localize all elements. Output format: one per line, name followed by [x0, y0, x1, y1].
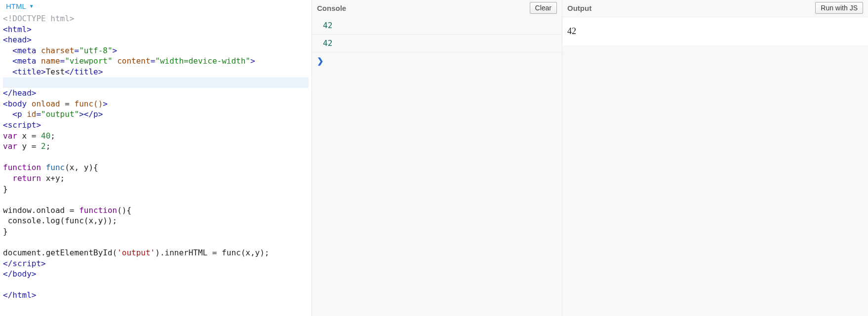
- editor-header: HTML ▼: [0, 0, 312, 12]
- html-tab-label: HTML: [6, 2, 26, 10]
- code-line: </head>: [3, 88, 309, 99]
- console-entry: 42: [312, 17, 562, 35]
- code-line: [3, 194, 309, 205]
- caret-down-icon: ▼: [29, 3, 34, 9]
- output-content: 42: [562, 17, 868, 45]
- code-line: <title>Test</title>: [3, 67, 309, 77]
- output-title: Output: [567, 4, 592, 12]
- code-line: [3, 237, 309, 247]
- code-line: return x+y;: [3, 173, 309, 184]
- code-line: window.onload = function(){: [3, 205, 309, 216]
- code-line: [3, 280, 309, 290]
- code-line: <meta name="viewport" content="width=dev…: [3, 56, 309, 67]
- code-line: }: [3, 226, 309, 237]
- code-line: <body onload = func()>: [3, 99, 309, 109]
- code-line: [3, 152, 309, 163]
- code-line: </html>: [3, 290, 309, 301]
- code-line: <p id="output"></p>: [3, 109, 309, 120]
- code-line: var y = 2;: [3, 141, 309, 152]
- output-panel: Output Run with JS 42: [562, 0, 868, 316]
- code-editor[interactable]: <!DOCTYPE html><html><head> <meta charse…: [0, 12, 312, 304]
- run-with-js-button[interactable]: Run with JS: [815, 2, 863, 14]
- clear-button[interactable]: Clear: [530, 2, 557, 14]
- code-line: <script>: [3, 120, 309, 131]
- code-line: var x = 40;: [3, 131, 309, 141]
- code-line: <meta charset="utf-8">: [3, 45, 309, 56]
- code-line: <!DOCTYPE html>: [3, 13, 309, 24]
- code-line: function func(x, y){: [3, 162, 309, 173]
- code-line: console.log(func(x,y));: [3, 215, 309, 226]
- console-body: 4242: [312, 17, 562, 52]
- console-entry: 42: [312, 35, 562, 52]
- code-line: <html>: [3, 24, 309, 35]
- console-prompt[interactable]: ❯: [312, 52, 562, 70]
- editor-panel: HTML ▼ <!DOCTYPE html><html><head> <meta…: [0, 0, 312, 316]
- code-line: [3, 77, 309, 88]
- code-line: document.getElementById('output').innerH…: [3, 247, 309, 258]
- code-line: </script>: [3, 258, 309, 269]
- console-title: Console: [317, 4, 346, 12]
- code-line: <head>: [3, 35, 309, 45]
- console-header: Console Clear: [312, 0, 562, 17]
- html-tab[interactable]: HTML ▼: [6, 2, 34, 10]
- output-header: Output Run with JS: [562, 0, 868, 17]
- code-line: }: [3, 184, 309, 195]
- code-line: </body>: [3, 269, 309, 280]
- console-panel: Console Clear 4242 ❯: [312, 0, 562, 316]
